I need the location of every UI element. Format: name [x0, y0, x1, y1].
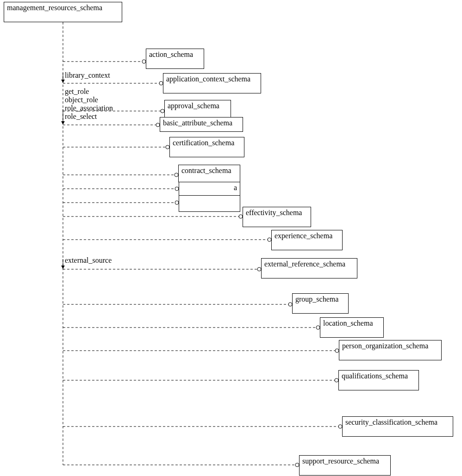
- svg-point-29: [316, 326, 320, 329]
- svg-point-33: [335, 378, 338, 382]
- schema-experience: experience_schema: [271, 230, 343, 250]
- schema-effectivity: effectivity_schema: [243, 207, 311, 227]
- schema-security-classification-label: security_classification_schema: [345, 418, 437, 426]
- schema-experience-label: experience_schema: [275, 232, 332, 240]
- schema-support-resource-label: support_resource_schema: [302, 457, 379, 465]
- svg-point-9: [161, 109, 164, 113]
- svg-point-7: [159, 81, 163, 85]
- schema-approval-label: approval_schema: [168, 102, 219, 110]
- annotation-role-association: role_association: [65, 105, 113, 112]
- schema-qualifications: qualifications_schema: [338, 370, 419, 390]
- annotation-library-context: library_context: [65, 72, 110, 79]
- annotation-object-role: object_role: [65, 96, 98, 104]
- schema-certification-label: certification_schema: [173, 139, 234, 147]
- schema-certification: certification_schema: [169, 137, 244, 157]
- schema-unlabeled-box: [179, 195, 240, 212]
- schema-basic-attribute-label: basic_attribute_schema: [163, 119, 232, 127]
- schema-group-label: group_schema: [295, 295, 338, 303]
- schema-person-organization-label: person_organization_schema: [342, 342, 428, 350]
- svg-point-5: [142, 60, 146, 63]
- svg-point-27: [288, 303, 292, 306]
- schema-contract: contract_schema: [178, 165, 240, 182]
- svg-point-19: [175, 201, 179, 204]
- schema-group: group_schema: [292, 293, 349, 314]
- schema-qualifications-label: qualifications_schema: [342, 372, 408, 380]
- svg-point-35: [338, 425, 342, 428]
- diagram-canvas: management_resources_schema library_cont…: [0, 0, 462, 476]
- schema-external-reference: external_reference_schema: [261, 258, 357, 278]
- svg-point-15: [175, 173, 178, 177]
- svg-point-11: [156, 123, 160, 127]
- svg-point-23: [268, 238, 271, 241]
- schema-effectivity-label: effectivity_schema: [246, 209, 302, 216]
- schema-action: action_schema: [146, 49, 204, 69]
- svg-point-13: [166, 145, 169, 149]
- svg-point-17: [175, 187, 179, 191]
- schema-application-context-label: application_context_schema: [166, 75, 250, 83]
- svg-point-37: [295, 463, 299, 467]
- schema-basic-attribute: basic_attribute_schema: [160, 117, 243, 132]
- schema-security-classification: security_classification_schema: [342, 416, 453, 437]
- schema-hidden-a: a: [179, 182, 240, 196]
- schema-location-label: location_schema: [323, 319, 373, 327]
- schema-person-organization: person_organization_schema: [339, 340, 442, 360]
- annotation-get-role: get_role: [65, 88, 89, 95]
- schema-application-context: application_context_schema: [163, 73, 261, 93]
- schema-location: location_schema: [320, 317, 384, 338]
- root-schema-label: management_resources_schema: [7, 4, 102, 12]
- svg-point-21: [239, 215, 243, 218]
- schema-support-resource: support_resource_schema: [299, 455, 391, 476]
- svg-point-31: [335, 349, 339, 352]
- schema-external-reference-label: external_reference_schema: [264, 260, 345, 268]
- annotation-external-source: external_source: [65, 257, 112, 264]
- schema-contract-label: contract_schema: [181, 167, 231, 174]
- schema-hidden-a-label: a: [234, 184, 237, 192]
- root-schema-node: management_resources_schema: [4, 2, 122, 22]
- schema-action-label: action_schema: [149, 50, 193, 58]
- annotation-role-select: role_select: [65, 113, 97, 120]
- svg-point-25: [257, 267, 261, 271]
